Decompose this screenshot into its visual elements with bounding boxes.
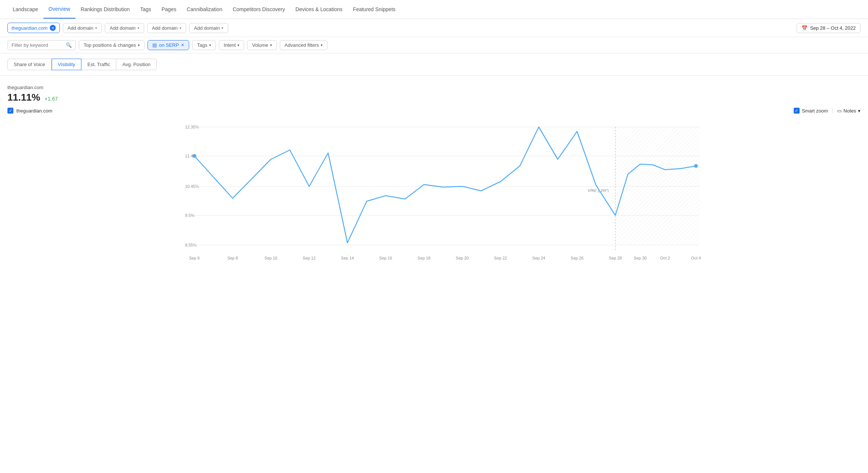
chevron-down-icon: ▾ [321, 43, 323, 47]
tags-filter-button[interactable]: Tags ▾ [192, 40, 216, 50]
add-domain-4-label: Add domain [194, 25, 220, 31]
serp-icon: ▤ [152, 42, 157, 48]
x-label-sep26: Sep 26 [571, 256, 584, 260]
smart-zoom: Smart zoom [794, 108, 828, 114]
x-label-sep12: Sep 12 [303, 256, 316, 260]
remove-domain-button[interactable]: ✕ [50, 25, 56, 31]
x-label-sep18: Sep 18 [418, 256, 431, 260]
chevron-down-icon: ▾ [137, 26, 139, 30]
x-label-sep16: Sep 16 [379, 256, 392, 260]
notes-button[interactable]: ▭ Notes ▾ [832, 108, 861, 114]
x-label-oct4: Oct 4 [691, 256, 701, 260]
last-7-days-region [615, 127, 700, 245]
chart-domain: theguardian.com [7, 85, 861, 90]
chart-dot-start [192, 154, 196, 158]
chevron-down-icon: ▾ [270, 43, 272, 47]
legend-checkbox[interactable] [7, 108, 13, 114]
chart-value: 11.11% [7, 92, 40, 103]
chart-container: theguardian.com 11.11% +1.67 theguardian… [0, 76, 868, 281]
add-domain-3-button[interactable]: Add domain ▾ [147, 23, 186, 33]
chevron-down-icon: ▾ [221, 26, 223, 30]
x-label-oct2: Oct 2 [660, 256, 670, 260]
nav-featured-snippets[interactable]: Featured Snippets [348, 0, 401, 18]
domain-chip-label: theguardian.com [12, 25, 48, 31]
chart-change: +1.67 [45, 96, 58, 102]
notes-label: Notes [843, 108, 856, 114]
nav-pages[interactable]: Pages [156, 0, 182, 18]
x-label-sep22: Sep 22 [494, 256, 507, 260]
nav-cannibalization[interactable]: Cannibalization [181, 0, 227, 18]
chevron-down-icon: ▾ [179, 26, 181, 30]
chart-dot-end [694, 164, 698, 168]
chevron-down-icon: ▾ [858, 108, 861, 114]
nav-rankings-distribution[interactable]: Rankings Distribution [75, 0, 135, 18]
smart-zoom-checkbox[interactable] [794, 108, 800, 114]
date-range-label: Sep 28 – Oct 4, 2022 [810, 25, 856, 31]
legend-label: theguardian.com [16, 108, 52, 114]
positions-filter-button[interactable]: Top positions & changes ▾ [79, 40, 145, 50]
keyword-search-input[interactable] [12, 42, 64, 48]
app-container: Landscape Overview Rankings Distribution… [0, 0, 868, 473]
add-domain-4-button[interactable]: Add domain ▾ [189, 23, 228, 33]
advanced-filters-label: Advanced filters [285, 42, 319, 48]
tags-filter-label: Tags [197, 42, 207, 48]
chart-header: theguardian.com 11.11% +1.67 [7, 85, 861, 103]
add-domain-3-label: Add domain [152, 25, 178, 31]
notes-icon: ▭ [837, 108, 842, 114]
filter-bar-keywords: 🔍 Top positions & changes ▾ ▤ on SERP ✕ … [0, 37, 868, 53]
serp-filter-label: on SERP [159, 42, 179, 48]
chevron-down-icon: ▾ [237, 43, 239, 47]
positions-filter-label: Top positions & changes [84, 42, 136, 48]
chevron-down-icon: ▾ [95, 26, 97, 30]
legend-left: theguardian.com [7, 108, 52, 114]
serp-filter-button[interactable]: ▤ on SERP ✕ [148, 40, 189, 50]
volume-filter-label: Volume [252, 42, 268, 48]
nav-devices-locations[interactable]: Devices & Locations [290, 0, 348, 18]
add-domain-2-button[interactable]: Add domain ▾ [105, 23, 144, 33]
tab-share-of-voice[interactable]: Share of Voice [7, 59, 52, 70]
add-domain-1-button[interactable]: Add domain ▾ [63, 23, 102, 33]
volume-filter-button[interactable]: Volume ▾ [247, 40, 276, 50]
domain-chip-guardian: theguardian.com ✕ [7, 23, 60, 33]
date-range-button[interactable]: 📅 Sep 28 – Oct 4, 2022 [797, 23, 861, 33]
tab-avg-position[interactable]: Avg. Position [116, 59, 157, 70]
tab-est-traffic[interactable]: Est. Traffic [81, 59, 116, 70]
add-domain-1-label: Add domain [68, 25, 93, 31]
metric-tabs: Share of Voice Visibility Est. Traffic A… [0, 53, 868, 76]
tab-visibility[interactable]: Visibility [52, 59, 82, 70]
x-label-sep6: Sep 6 [189, 256, 200, 260]
nav-landscape[interactable]: Landscape [7, 0, 43, 18]
nav-competitors-discovery[interactable]: Competitors Discovery [227, 0, 290, 18]
chevron-down-icon: ▾ [209, 43, 211, 47]
chart-legend-row: theguardian.com Smart zoom ▭ Notes ▾ [7, 108, 861, 114]
intent-filter-button[interactable]: Intent ▾ [219, 40, 244, 50]
x-label-sep14: Sep 14 [341, 256, 354, 260]
x-label-sep28: Sep 28 [609, 256, 622, 260]
y-label-4: 9.5% [185, 213, 194, 218]
nav-tags[interactable]: Tags [135, 0, 156, 18]
chart-svg-container: 12.35% 11.4% 10.45% 9.5% 8.55% Sep 6 Sep… [7, 117, 861, 274]
filter-bar-domains: theguardian.com ✕ Add domain ▾ Add domai… [0, 19, 868, 37]
remove-serp-filter-button[interactable]: ✕ [181, 43, 184, 48]
visibility-chart: 12.35% 11.4% 10.45% 9.5% 8.55% Sep 6 Sep… [7, 117, 861, 273]
x-label-sep30: Sep 30 [634, 256, 647, 260]
smart-zoom-label: Smart zoom [802, 108, 828, 114]
keyword-search-box: 🔍 [7, 40, 76, 50]
legend-right: Smart zoom ▭ Notes ▾ [794, 108, 861, 114]
chevron-down-icon: ▾ [138, 43, 140, 47]
top-nav: Landscape Overview Rankings Distribution… [0, 0, 868, 19]
search-icon: 🔍 [66, 42, 72, 48]
x-label-sep8: Sep 8 [227, 256, 238, 260]
advanced-filters-button[interactable]: Advanced filters ▾ [280, 40, 328, 50]
x-label-sep20: Sep 20 [456, 256, 469, 260]
add-domain-2-label: Add domain [110, 25, 135, 31]
intent-filter-label: Intent [224, 42, 236, 48]
x-label-sep24: Sep 24 [532, 256, 545, 260]
calendar-icon: 📅 [801, 25, 807, 31]
x-label-sep10: Sep 10 [265, 256, 278, 260]
nav-overview[interactable]: Overview [43, 0, 75, 19]
